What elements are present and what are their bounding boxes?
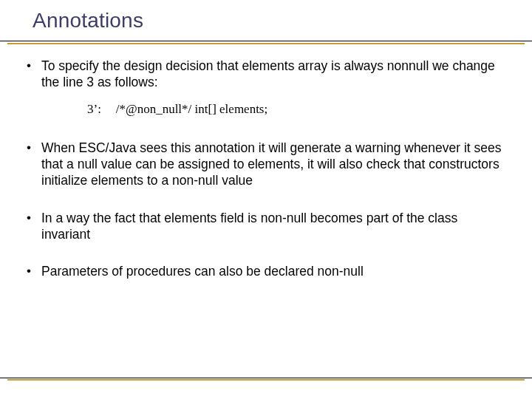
bullet-list: To specify the design decision that elem… <box>22 58 510 280</box>
bullet-text: In a way the fact that elements field is… <box>41 211 457 242</box>
bullet-item: When ESC/Java sees this annotation it wi… <box>22 140 510 189</box>
bullet-text: When ESC/Java sees this annotation it wi… <box>41 140 502 188</box>
bullet-item: Parameters of procedures can also be dec… <box>22 263 510 279</box>
bullet-text: To specify the design decision that elem… <box>41 58 495 89</box>
divider-bottom-black <box>0 378 532 378</box>
bullet-item: In a way the fact that elements field is… <box>22 210 510 243</box>
slide-title: Annotations <box>33 9 143 33</box>
content-area: To specify the design decision that elem… <box>22 58 510 301</box>
divider-bottom-gold <box>7 379 525 381</box>
code-line-text: /*@non_null*/ int[] elements; <box>116 102 267 116</box>
code-line: 3’: /*@non_null*/ int[] elements; <box>87 101 510 117</box>
divider-top-black <box>0 41 532 41</box>
slide: Annotations To specify the design decisi… <box>0 0 532 399</box>
divider-top-gold <box>7 43 525 44</box>
bullet-text: Parameters of procedures can also be dec… <box>41 264 364 279</box>
bullet-item: To specify the design decision that elem… <box>22 58 510 117</box>
code-line-label: 3’: <box>87 101 106 117</box>
